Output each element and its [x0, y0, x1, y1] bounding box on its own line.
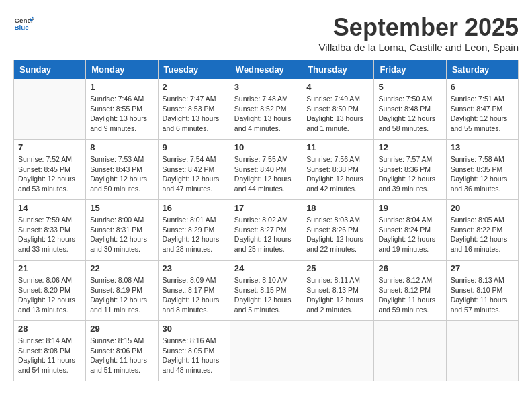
day-number: 14 — [18, 203, 81, 213]
calendar-table: Sunday Monday Tuesday Wednesday Thursday… — [13, 60, 519, 381]
calendar-cell: 21Sunrise: 8:06 AM Sunset: 8:20 PM Dayli… — [14, 261, 86, 321]
calendar-cell: 11Sunrise: 7:56 AM Sunset: 8:38 PM Dayli… — [302, 140, 374, 200]
calendar-cell — [14, 79, 86, 140]
day-info: Sunrise: 8:04 AM Sunset: 8:24 PM Dayligh… — [378, 215, 441, 255]
day-info: Sunrise: 8:08 AM Sunset: 8:19 PM Dayligh… — [90, 275, 153, 315]
day-info: Sunrise: 7:47 AM Sunset: 8:53 PM Dayligh… — [163, 94, 226, 134]
day-number: 13 — [451, 142, 514, 152]
day-info: Sunrise: 7:58 AM Sunset: 8:35 PM Dayligh… — [451, 154, 514, 194]
day-number: 26 — [378, 263, 441, 273]
calendar-cell: 22Sunrise: 8:08 AM Sunset: 8:19 PM Dayli… — [86, 261, 158, 321]
day-info: Sunrise: 8:00 AM Sunset: 8:31 PM Dayligh… — [90, 215, 153, 255]
day-number: 19 — [378, 203, 441, 213]
day-number: 30 — [163, 324, 226, 334]
logo-icon: General Blue — [13, 13, 34, 34]
day-info: Sunrise: 8:02 AM Sunset: 8:27 PM Dayligh… — [234, 215, 298, 255]
day-info: Sunrise: 8:01 AM Sunset: 8:29 PM Dayligh… — [163, 215, 226, 255]
calendar-cell: 1Sunrise: 7:46 AM Sunset: 8:55 PM Daylig… — [86, 79, 158, 140]
day-number: 3 — [234, 82, 298, 92]
logo: General Blue — [13, 13, 34, 34]
day-info: Sunrise: 8:09 AM Sunset: 8:17 PM Dayligh… — [163, 275, 226, 315]
calendar-cell — [230, 321, 302, 381]
header-friday: Friday — [374, 60, 446, 79]
day-info: Sunrise: 7:54 AM Sunset: 8:42 PM Dayligh… — [163, 154, 226, 194]
day-number: 10 — [234, 142, 298, 152]
calendar-cell: 4Sunrise: 7:49 AM Sunset: 8:50 PM Daylig… — [302, 79, 374, 140]
header-thursday: Thursday — [302, 60, 374, 79]
calendar-cell — [374, 321, 446, 381]
day-number: 16 — [163, 203, 226, 213]
day-info: Sunrise: 7:48 AM Sunset: 8:52 PM Dayligh… — [234, 94, 298, 134]
day-info: Sunrise: 7:51 AM Sunset: 8:47 PM Dayligh… — [451, 94, 514, 134]
calendar-cell: 16Sunrise: 8:01 AM Sunset: 8:29 PM Dayli… — [158, 200, 230, 261]
day-info: Sunrise: 8:10 AM Sunset: 8:15 PM Dayligh… — [234, 275, 298, 315]
calendar-cell: 27Sunrise: 8:13 AM Sunset: 8:10 PM Dayli… — [446, 261, 518, 321]
day-info: Sunrise: 8:11 AM Sunset: 8:13 PM Dayligh… — [306, 275, 369, 315]
day-info: Sunrise: 8:14 AM Sunset: 8:08 PM Dayligh… — [18, 336, 81, 375]
day-number: 8 — [90, 142, 153, 152]
calendar-cell: 29Sunrise: 8:15 AM Sunset: 8:06 PM Dayli… — [86, 321, 158, 381]
calendar-cell: 19Sunrise: 8:04 AM Sunset: 8:24 PM Dayli… — [374, 200, 446, 261]
day-number: 5 — [378, 82, 441, 92]
day-number: 23 — [163, 263, 226, 273]
day-number: 7 — [18, 142, 81, 152]
calendar-week-2: 7Sunrise: 7:52 AM Sunset: 8:45 PM Daylig… — [14, 140, 519, 200]
location-title: Villalba de la Loma, Castille and Leon, … — [319, 42, 519, 53]
day-number: 4 — [306, 82, 369, 92]
day-info: Sunrise: 8:03 AM Sunset: 8:26 PM Dayligh… — [306, 215, 369, 255]
calendar-cell: 30Sunrise: 8:16 AM Sunset: 8:05 PM Dayli… — [158, 321, 230, 381]
day-info: Sunrise: 8:05 AM Sunset: 8:22 PM Dayligh… — [451, 215, 514, 255]
calendar-week-1: 1Sunrise: 7:46 AM Sunset: 8:55 PM Daylig… — [14, 79, 519, 140]
calendar-cell: 26Sunrise: 8:12 AM Sunset: 8:12 PM Dayli… — [374, 261, 446, 321]
header-sunday: Sunday — [14, 60, 86, 79]
calendar-cell — [446, 321, 518, 381]
header-saturday: Saturday — [446, 60, 518, 79]
calendar-cell: 8Sunrise: 7:53 AM Sunset: 8:43 PM Daylig… — [86, 140, 158, 200]
calendar-cell: 13Sunrise: 7:58 AM Sunset: 8:35 PM Dayli… — [446, 140, 518, 200]
calendar-cell: 10Sunrise: 7:55 AM Sunset: 8:40 PM Dayli… — [230, 140, 302, 200]
calendar-week-3: 14Sunrise: 7:59 AM Sunset: 8:33 PM Dayli… — [14, 200, 519, 261]
day-number: 2 — [163, 82, 226, 92]
calendar-week-5: 28Sunrise: 8:14 AM Sunset: 8:08 PM Dayli… — [14, 321, 519, 381]
day-number: 9 — [163, 142, 226, 152]
svg-text:Blue: Blue — [15, 24, 30, 31]
day-info: Sunrise: 8:16 AM Sunset: 8:05 PM Dayligh… — [163, 336, 226, 375]
day-info: Sunrise: 7:46 AM Sunset: 8:55 PM Dayligh… — [90, 94, 153, 134]
day-info: Sunrise: 8:13 AM Sunset: 8:10 PM Dayligh… — [451, 275, 514, 315]
calendar-cell: 9Sunrise: 7:54 AM Sunset: 8:42 PM Daylig… — [158, 140, 230, 200]
calendar-cell: 2Sunrise: 7:47 AM Sunset: 8:53 PM Daylig… — [158, 79, 230, 140]
calendar-cell: 24Sunrise: 8:10 AM Sunset: 8:15 PM Dayli… — [230, 261, 302, 321]
calendar-cell: 20Sunrise: 8:05 AM Sunset: 8:22 PM Dayli… — [446, 200, 518, 261]
day-number: 29 — [90, 324, 153, 334]
day-info: Sunrise: 7:59 AM Sunset: 8:33 PM Dayligh… — [18, 215, 81, 255]
day-number: 18 — [306, 203, 369, 213]
day-number: 28 — [18, 324, 81, 334]
day-number: 22 — [90, 263, 153, 273]
header-row: Sunday Monday Tuesday Wednesday Thursday… — [14, 60, 519, 79]
calendar-cell: 28Sunrise: 8:14 AM Sunset: 8:08 PM Dayli… — [14, 321, 86, 381]
calendar-cell — [302, 321, 374, 381]
calendar-cell: 23Sunrise: 8:09 AM Sunset: 8:17 PM Dayli… — [158, 261, 230, 321]
day-number: 25 — [306, 263, 369, 273]
header-monday: Monday — [86, 60, 158, 79]
calendar-cell: 12Sunrise: 7:57 AM Sunset: 8:36 PM Dayli… — [374, 140, 446, 200]
calendar-cell: 3Sunrise: 7:48 AM Sunset: 8:52 PM Daylig… — [230, 79, 302, 140]
day-info: Sunrise: 7:56 AM Sunset: 8:38 PM Dayligh… — [306, 154, 369, 194]
header-wednesday: Wednesday — [230, 60, 302, 79]
calendar-cell: 5Sunrise: 7:50 AM Sunset: 8:48 PM Daylig… — [374, 79, 446, 140]
calendar-cell: 25Sunrise: 8:11 AM Sunset: 8:13 PM Dayli… — [302, 261, 374, 321]
calendar-cell: 6Sunrise: 7:51 AM Sunset: 8:47 PM Daylig… — [446, 79, 518, 140]
day-info: Sunrise: 7:53 AM Sunset: 8:43 PM Dayligh… — [90, 154, 153, 194]
calendar-week-4: 21Sunrise: 8:06 AM Sunset: 8:20 PM Dayli… — [14, 261, 519, 321]
day-number: 20 — [451, 203, 514, 213]
day-number: 24 — [234, 263, 298, 273]
day-number: 6 — [451, 82, 514, 92]
day-number: 12 — [378, 142, 441, 152]
day-info: Sunrise: 8:15 AM Sunset: 8:06 PM Dayligh… — [90, 336, 153, 375]
title-section: September 2025 Villalba de la Loma, Cast… — [319, 13, 519, 53]
day-info: Sunrise: 7:57 AM Sunset: 8:36 PM Dayligh… — [378, 154, 441, 194]
day-number: 21 — [18, 263, 81, 273]
day-info: Sunrise: 8:06 AM Sunset: 8:20 PM Dayligh… — [18, 275, 81, 315]
calendar-cell: 14Sunrise: 7:59 AM Sunset: 8:33 PM Dayli… — [14, 200, 86, 261]
day-number: 1 — [90, 82, 153, 92]
